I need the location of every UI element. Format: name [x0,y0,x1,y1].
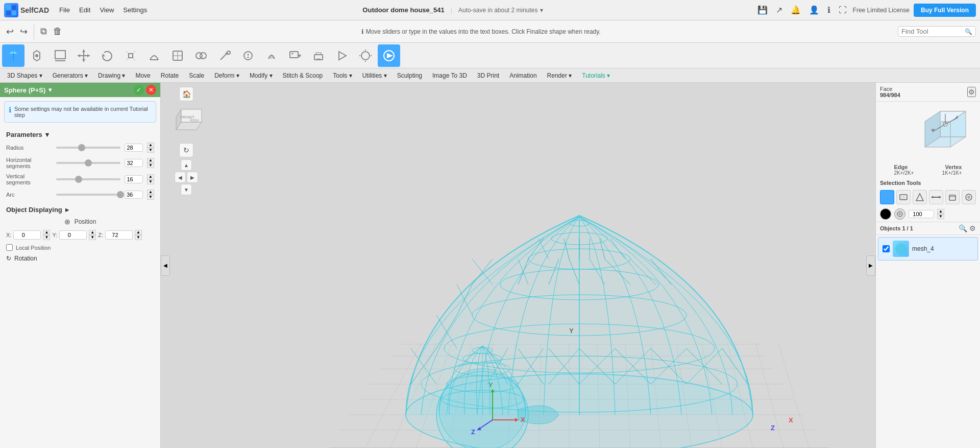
sel-object-tool[interactable] [945,190,960,204]
home-view-btn[interactable]: 🏠 [179,87,193,101]
right-panel-collapse[interactable]: ▶ [866,255,875,276]
v-segments-down[interactable]: ▼ [147,179,154,184]
objects-search-icon[interactable]: 🔍 [959,224,967,232]
v-segments-thumb[interactable] [75,176,82,183]
menu-move[interactable]: Move [130,70,155,81]
menu-3dprint[interactable]: 3D Print [472,70,504,81]
obj-display-section[interactable]: Object Displaying ▸ [0,202,160,216]
view-menu[interactable]: View [96,4,117,16]
left-panel-collapse[interactable]: ◀ [161,255,170,276]
radius-down[interactable]: ▼ [147,148,154,153]
tool-move[interactable] [72,44,95,67]
edit-menu[interactable]: Edit [76,4,93,16]
tool-utilities[interactable] [237,44,259,67]
rp-gear-button[interactable]: ⚙ [967,87,976,97]
radius-up[interactable]: ▲ [147,143,154,148]
h-segments-thumb[interactable] [85,159,92,167]
rotation-row[interactable]: ↻ Rotation [0,253,160,264]
tool-modify[interactable] [166,44,189,67]
v-segments-input[interactable] [125,175,143,183]
mesh-display-toggle[interactable] [894,208,905,220]
fullscreen-button[interactable]: ⛶ [837,4,849,17]
undo-button[interactable]: ↩ [4,24,16,39]
radius-input[interactable] [125,144,143,152]
h-segments-down[interactable]: ▼ [147,163,154,168]
arc-thumb[interactable] [117,191,124,198]
left-collapse-btn[interactable]: ◀ [161,255,170,276]
radius-slider[interactable] [56,147,120,149]
sel-vertex-tool[interactable] [913,190,927,204]
tool-generators[interactable] [26,44,48,67]
tool-drawing[interactable] [49,44,71,67]
save-button[interactable]: 💾 [755,3,770,17]
radius-thumb[interactable] [78,144,85,151]
panel-close-button[interactable]: ✕ [146,85,156,95]
objects-gear-icon[interactable]: ⚙ [969,224,976,232]
menu-modify[interactable]: Modify ▾ [244,70,278,81]
menu-stitch[interactable]: Stitch & Scoop [278,70,328,81]
menu-utilities[interactable]: Utilities ▾ [357,70,392,81]
sel-edge-tool[interactable] [929,190,943,204]
sel-face-tool[interactable] [880,190,894,204]
tool-tools[interactable] [213,44,236,67]
h-segments-input[interactable] [125,159,143,167]
nav-right-btn[interactable]: ▶ [187,172,198,183]
y-up[interactable]: ▲ [89,230,96,235]
app-logo[interactable]: SelfCAD [4,3,49,17]
z-up[interactable]: ▲ [135,230,142,235]
arc-up[interactable]: ▲ [147,190,154,195]
local-pos-checkbox[interactable] [6,244,13,251]
nav-left-btn[interactable]: ◀ [175,172,186,183]
right-collapse-btn[interactable]: ▶ [866,255,875,276]
user-button[interactable]: 👤 [807,3,821,17]
opacity-up[interactable]: ▲ [937,209,944,214]
parameters-section[interactable]: Parameters ▾ [0,127,160,140]
buy-button[interactable]: Buy Full Version [914,4,976,17]
menu-image3d[interactable]: Image To 3D [427,70,472,81]
menu-sculpting[interactable]: Sculpting [392,70,427,81]
file-menu[interactable]: File [56,4,73,16]
arc-input[interactable] [125,191,143,199]
sel-box-tool[interactable] [896,190,911,204]
tool-3dprint[interactable] [307,44,330,67]
x-down[interactable]: ▼ [43,235,50,240]
menu-scale[interactable]: Scale [184,70,209,81]
tool-scale[interactable] [119,44,142,67]
menu-tutorials[interactable]: Tutorials ▾ [577,70,615,81]
tool-image-to-3d[interactable] [284,44,306,67]
tool-sculpting[interactable] [260,44,283,67]
x-input[interactable] [13,230,41,240]
notification-button[interactable]: 🔔 [789,3,803,17]
panel-ok-button[interactable]: ✓ [134,85,144,95]
copy-button[interactable]: ⧉ [38,24,49,39]
info-button[interactable]: ℹ [825,3,832,17]
color-swatch[interactable] [880,208,891,220]
tool-animation[interactable] [331,44,353,67]
view-cube[interactable]: FRONT RIGH [166,104,207,140]
menu-animation[interactable]: Animation [504,70,542,81]
mesh-item[interactable]: mesh_4 [878,237,978,261]
opacity-input[interactable] [909,210,934,218]
h-segments-slider[interactable] [56,162,120,164]
z-down[interactable]: ▼ [135,235,142,240]
menu-tools[interactable]: Tools ▾ [328,70,357,81]
viewport[interactable]: ◀ ▶ 🏠 FRONT RIGH ↻ ▲ ◀ [161,83,875,448]
find-tool-input[interactable] [901,28,963,35]
rp-view-cube[interactable] [910,104,976,160]
tool-3dshapes[interactable] [2,44,24,67]
y-input[interactable] [59,230,87,240]
nav-rotate-btn[interactable]: ↻ [179,143,193,157]
tool-rotate[interactable] [96,44,118,67]
menu-deform[interactable]: Deform ▾ [209,70,244,81]
settings-menu[interactable]: Settings [120,4,150,16]
z-input[interactable] [105,230,133,240]
h-segments-up[interactable]: ▲ [147,158,154,163]
tool-render[interactable] [354,44,377,67]
menu-generators[interactable]: Generators ▾ [47,70,93,81]
nav-down-btn[interactable]: ▼ [181,184,192,195]
x-up[interactable]: ▲ [43,230,50,235]
arc-down[interactable]: ▼ [147,195,154,200]
v-segments-slider[interactable] [56,178,120,180]
menu-3dshapes[interactable]: 3D Shapes ▾ [2,70,47,81]
opacity-down[interactable]: ▼ [937,214,944,219]
